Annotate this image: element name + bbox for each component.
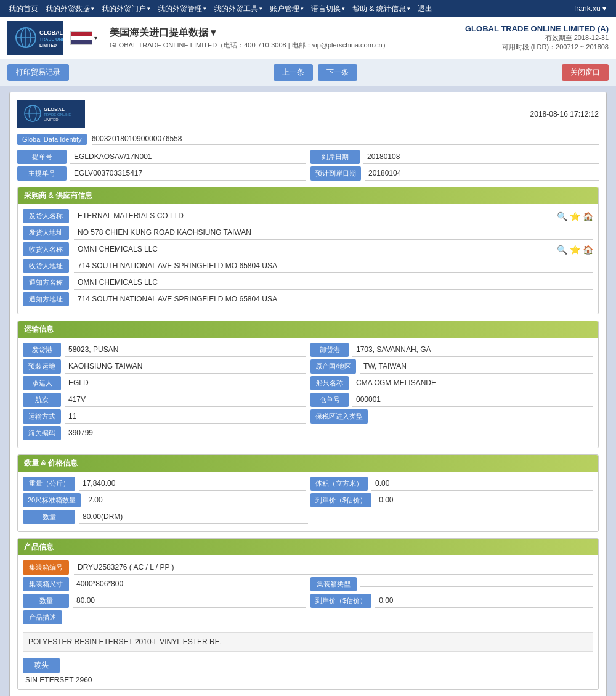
nav-user[interactable]: frank.xu ▾ bbox=[569, 0, 611, 17]
bill-no-value: EGLDKAOSAV/17N001 bbox=[70, 150, 306, 164]
receiver-addr-value: 714 SOUTH NATIONAL AVE SPRINGFIELD MO 65… bbox=[74, 259, 593, 273]
container-price-row: 20尺标准箱数量 2.00 到岸价（$估价） 0.00 bbox=[23, 493, 593, 507]
receiver-name-label: 收货人名称 bbox=[23, 242, 69, 256]
gdi-label: Global Data Identity bbox=[17, 134, 87, 145]
quantity-section-title: 数量 & 价格信息 bbox=[24, 459, 78, 467]
quantity-main-value: 80.00(DRM) bbox=[79, 510, 308, 524]
nav-home[interactable]: 我的首页 bbox=[5, 0, 42, 17]
container-no-value: DRYU2583276 ( AC / L / PP ) bbox=[74, 560, 593, 575]
header-right: GLOBAL TRADE ONLINE LIMITED (A) 有效期至 201… bbox=[465, 24, 609, 52]
loading-place-label: 预装运地 bbox=[23, 359, 61, 374]
container-type-label: 集装箱类型 bbox=[310, 577, 357, 591]
nav-portal-arrow: ▾ bbox=[147, 6, 150, 12]
bill-of-lading-value: 000001 bbox=[352, 393, 593, 407]
arrival-price-label: 到岸价（$估价） bbox=[310, 493, 371, 507]
transport-section-title: 运输信息 bbox=[24, 325, 54, 334]
ldr-range: 可用时段 (LDR)：200712 ~ 201808 bbox=[465, 43, 609, 52]
nav-language[interactable]: 语言切换 ▾ bbox=[307, 0, 349, 17]
nav-management[interactable]: 我的外贸管理 ▾ bbox=[154, 0, 210, 17]
flag-dropdown-arrow: ▾ bbox=[94, 35, 97, 41]
dest-port-value: 1703, SAVANNAH, GA bbox=[352, 343, 593, 357]
volume-label: 体积（立方米） bbox=[310, 477, 368, 491]
notify-name-value: OMNI CHEMICALS LLC bbox=[74, 276, 593, 290]
qty-row: 数量 80.00(DRM) bbox=[23, 510, 593, 524]
svg-text:GLOBAL: GLOBAL bbox=[44, 107, 65, 112]
next-button[interactable]: 下一条 bbox=[318, 64, 357, 81]
voyage-bill-row: 航次 417V 仓单号 000001 bbox=[23, 393, 593, 407]
record-card: GLOBAL TRADE ONLINE LIMITED 2018-08-16 1… bbox=[9, 92, 607, 696]
customs-code-label: 海关编码 bbox=[23, 426, 61, 440]
nozzle-detail: SIN ETERSET 2960 bbox=[23, 676, 593, 684]
nav-logout[interactable]: 退出 bbox=[414, 0, 436, 17]
receiver-addr-label: 收货人地址 bbox=[23, 259, 69, 273]
bonded-zone-value bbox=[371, 414, 593, 419]
container-no-label: 集装箱编号 bbox=[23, 560, 69, 575]
nav-language-arrow: ▾ bbox=[342, 6, 345, 12]
customs-row: 海关编码 390799 bbox=[23, 426, 593, 440]
weight-volume-row: 重量（公斤） 17,840.00 体积（立方米） 0.00 bbox=[23, 477, 593, 491]
svg-text:TRADE ONLINE: TRADE ONLINE bbox=[44, 113, 71, 117]
product-desc-label: 产品描述 bbox=[23, 610, 62, 624]
receiver-star-icon[interactable]: ⭐ bbox=[570, 245, 580, 255]
svg-text:GLOBAL: GLOBAL bbox=[39, 30, 63, 36]
product-section: 产品信息 集装箱编号 DRYU2583276 ( AC / L / PP ) 集… bbox=[17, 538, 599, 690]
card-header: GLOBAL TRADE ONLINE LIMITED 2018-08-16 1… bbox=[17, 100, 599, 128]
loading-place-value: KAOHSIUNG TAIWAN bbox=[65, 359, 306, 374]
est-arrival-label: 预计到岸日期 bbox=[310, 166, 361, 181]
gdi-value: 6003201801090000076558 bbox=[92, 134, 599, 145]
nav-help[interactable]: 帮助 & 统计信息 ▾ bbox=[349, 0, 414, 17]
nav-tools[interactable]: 我的外贸工具 ▾ bbox=[210, 0, 266, 17]
page-title: 美国海关进口提单数据 ▾ bbox=[110, 27, 389, 39]
sender-addr-row: 发货人地址 NO 578 CHIEN KUNG ROAD KAOHSIUNG T… bbox=[23, 226, 593, 240]
supplier-section: 采购商 & 供应商信息 发货人名称 ETERNAL MATERIALS CO L… bbox=[17, 187, 599, 314]
nav-help-arrow: ▾ bbox=[407, 6, 410, 12]
master-bill-label: 主提单号 bbox=[17, 166, 67, 181]
product-desc-row: 产品描述 POLYESTER RESIN ETERSET 2010-L VINY… bbox=[23, 610, 593, 655]
weight-label: 重量（公斤） bbox=[23, 477, 75, 491]
svg-text:LIMITED: LIMITED bbox=[39, 43, 57, 47]
product-qty-price-row: 数量 80.00 到岸价（$估价） 0.00 bbox=[23, 594, 593, 608]
sender-addr-label: 发货人地址 bbox=[23, 226, 69, 240]
card-date: 2018-08-16 17:12:12 bbox=[530, 110, 599, 118]
sender-addr-value: NO 578 CHIEN KUNG ROAD KAOHSIUNG TAIWAN bbox=[74, 226, 593, 240]
dest-port-label: 卸货港 bbox=[310, 343, 349, 357]
transport-bonded-row: 运输方式 11 保税区进入类型 bbox=[23, 409, 593, 424]
voyage-label: 航次 bbox=[23, 393, 61, 407]
receiver-name-value: OMNI CHEMICALS LLC bbox=[74, 242, 552, 256]
sender-icons: 🔍 ⭐ 🏠 bbox=[557, 209, 593, 223]
nav-account[interactable]: 账户管理 ▾ bbox=[266, 0, 307, 17]
arrival-date-label: 到岸日期 bbox=[310, 150, 360, 164]
supplier-section-title: 采购商 & 供应商信息 bbox=[24, 191, 92, 200]
flag-area[interactable]: ▾ bbox=[70, 31, 97, 45]
header-bar: GLOBAL TRADE ONLINE LIMITED ▾ 美国海关进口提单数据… bbox=[0, 17, 616, 59]
notify-name-row: 通知方名称 OMNI CHEMICALS LLC bbox=[23, 276, 593, 290]
sender-search-icon[interactable]: 🔍 bbox=[557, 211, 567, 221]
nozzle-button[interactable]: 喷头 bbox=[23, 658, 60, 673]
container-no-row: 集装箱编号 DRYU2583276 ( AC / L / PP ) bbox=[23, 560, 593, 575]
origin-country-label: 原产国/地区 bbox=[310, 359, 356, 374]
page-subtitle: GLOBAL TRADE ONLINE LIMITED（电话：400-710-3… bbox=[110, 41, 389, 50]
product-price-label: 到岸价（$估价） bbox=[310, 594, 371, 608]
loading-origin-row: 预装运地 KAOHSIUNG TAIWAN 原产国/地区 TW, TAIWAN bbox=[23, 359, 593, 374]
sender-name-label: 发货人名称 bbox=[23, 209, 69, 223]
receiver-search-icon[interactable]: 🔍 bbox=[557, 245, 567, 255]
sender-name-row: 发货人名称 ETERNAL MATERIALS CO LTD 🔍 ⭐ 🏠 bbox=[23, 209, 593, 223]
svg-text:LIMITED: LIMITED bbox=[44, 118, 59, 121]
nav-portal[interactable]: 我的外贸门户 ▾ bbox=[98, 0, 154, 17]
company-logo: GLOBAL TRADE ONLINE LIMITED bbox=[7, 21, 63, 55]
close-button[interactable]: 关闭窗口 bbox=[562, 64, 609, 81]
carrier-value: EGLD bbox=[65, 376, 306, 390]
receiver-home-icon[interactable]: 🏠 bbox=[583, 245, 593, 255]
notify-addr-value: 714 SOUTH NATIONAL AVE SPRINGFIELD MO 65… bbox=[74, 292, 593, 306]
bill-row: 提单号 EGLDKAOSAV/17N001 到岸日期 20180108 bbox=[17, 150, 599, 164]
nav-trade-data[interactable]: 我的外贸数据 ▾ bbox=[42, 0, 98, 17]
sender-home-icon[interactable]: 🏠 bbox=[583, 211, 593, 221]
title-area: 美国海关进口提单数据 ▾ GLOBAL TRADE ONLINE LIMITED… bbox=[110, 27, 389, 50]
prev-button[interactable]: 上一条 bbox=[274, 64, 313, 81]
print-button[interactable]: 打印贸易记录 bbox=[7, 64, 69, 81]
origin-port-label: 发货港 bbox=[23, 343, 61, 357]
container-20-value: 2.00 bbox=[84, 493, 306, 507]
sender-star-icon[interactable]: ⭐ bbox=[570, 211, 580, 221]
receiver-addr-row: 收货人地址 714 SOUTH NATIONAL AVE SPRINGFIELD… bbox=[23, 259, 593, 273]
nav-account-arrow: ▾ bbox=[301, 6, 304, 12]
